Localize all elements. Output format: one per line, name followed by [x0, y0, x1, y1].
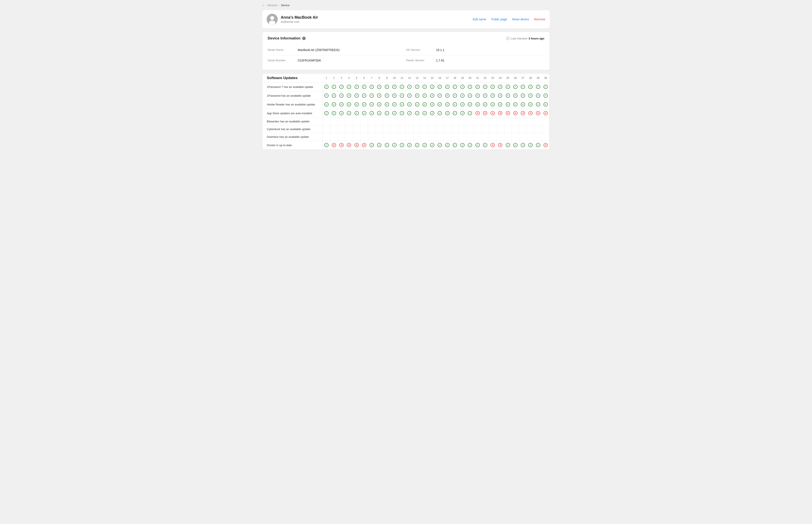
cell-3-15: ✓	[436, 109, 444, 118]
check-icon: ✓	[437, 85, 442, 89]
cell-6-29	[542, 133, 549, 141]
check-icon: ✓	[385, 85, 389, 89]
cell-0-27: ✓	[527, 82, 534, 91]
cell-6-27	[527, 133, 534, 141]
cell-3-27: ✕	[527, 109, 534, 118]
cell-4-17	[451, 118, 459, 125]
check-icon: ✓	[528, 143, 532, 147]
col-header-3: 3	[338, 74, 345, 82]
cell-5-20	[474, 125, 481, 133]
check-icon: ✓	[430, 102, 434, 107]
check-icon: ✓	[339, 102, 344, 107]
cell-5-27	[527, 125, 534, 133]
cell-4-2	[338, 118, 345, 125]
cell-2-1: ✓	[330, 100, 338, 109]
col-header-15: 15	[429, 74, 436, 82]
move-device-link[interactable]: Move device	[512, 18, 529, 21]
cell-4-29	[542, 118, 549, 125]
cell-2-22: ✓	[489, 100, 496, 109]
cell-6-21	[481, 133, 489, 141]
cell-7-3: ✕	[345, 141, 353, 150]
col-header-10: 10	[391, 74, 398, 82]
check-icon: ✓	[415, 111, 419, 115]
row-name-4: Bitwarden has an available update	[262, 118, 322, 125]
os-version-label: OS Version	[406, 48, 432, 52]
cell-5-1	[330, 125, 338, 133]
check-icon: ✓	[506, 85, 510, 89]
row-name-3: App Store updates are auto-installed	[262, 109, 322, 118]
check-icon: ✓	[415, 143, 419, 147]
cell-6-16	[444, 133, 451, 141]
cell-6-24	[504, 133, 511, 141]
cell-2-9: ✓	[391, 100, 398, 109]
cell-5-29	[542, 125, 549, 133]
cell-6-8	[383, 133, 391, 141]
check-icon: ✓	[369, 111, 374, 115]
cell-5-25	[511, 125, 519, 133]
cell-1-18: ✓	[459, 91, 466, 100]
cell-5-17	[451, 125, 459, 133]
info-icon[interactable]: i	[302, 37, 306, 40]
cell-6-6	[368, 133, 376, 141]
cell-0-7: ✓	[376, 82, 383, 91]
cell-0-23: ✓	[496, 82, 504, 91]
check-icon: ✓	[498, 94, 502, 98]
cell-1-5: ✓	[360, 91, 368, 100]
col-header-21: 21	[474, 74, 481, 82]
cell-4-22	[489, 118, 496, 125]
cell-2-28: ✓	[534, 100, 542, 109]
cell-0-11: ✓	[406, 82, 413, 91]
cell-5-21	[481, 125, 489, 133]
cross-icon: ✕	[362, 143, 366, 147]
check-icon: ✓	[543, 85, 548, 89]
cell-5-18	[459, 125, 466, 133]
cell-0-21: ✓	[481, 82, 489, 91]
home-icon[interactable]: ⌂	[262, 3, 264, 7]
cell-6-15	[436, 133, 444, 141]
check-icon: ✓	[400, 143, 404, 147]
check-icon: ✓	[513, 102, 518, 107]
cell-4-18	[459, 118, 466, 125]
check-icon: ✓	[369, 85, 374, 89]
cell-2-0: ✓	[322, 100, 330, 109]
check-icon: ✓	[437, 143, 442, 147]
breadcrumb-devices[interactable]: Devices	[268, 4, 277, 7]
cell-4-23	[496, 118, 504, 125]
cell-1-3: ✓	[345, 91, 353, 100]
cell-4-1	[330, 118, 338, 125]
cell-2-15: ✓	[436, 100, 444, 109]
check-icon: ✓	[332, 85, 336, 89]
cell-3-25: ✕	[511, 109, 519, 118]
check-icon: ✓	[543, 102, 548, 107]
cell-1-28: ✓	[534, 91, 542, 100]
remove-link[interactable]: Remove	[534, 18, 545, 21]
model-name-label: Model Name	[268, 48, 293, 52]
check-icon: ✓	[476, 94, 480, 98]
check-icon: ✓	[476, 85, 480, 89]
cell-2-17: ✓	[451, 100, 459, 109]
check-icon: ✓	[536, 94, 540, 98]
cell-1-4: ✓	[353, 91, 360, 100]
cell-6-18	[459, 133, 466, 141]
cell-4-9	[391, 118, 398, 125]
cell-3-1: ✓	[330, 109, 338, 118]
check-icon: ✓	[445, 143, 449, 147]
check-icon: ✓	[369, 102, 374, 107]
col-header-23: 23	[489, 74, 496, 82]
cell-4-10	[398, 118, 406, 125]
edit-name-link[interactable]: Edit name	[473, 18, 486, 21]
device-info-text: Anna's MacBook Air as@acme.com	[281, 15, 318, 23]
cell-7-16: ✓	[444, 141, 451, 150]
cell-3-23: ✕	[496, 109, 504, 118]
last-checked-label: Last checked	[511, 37, 527, 40]
check-icon: ✓	[377, 102, 381, 107]
check-icon: ✓	[362, 94, 366, 98]
cell-2-14: ✓	[429, 100, 436, 109]
check-icon: ✓	[491, 102, 495, 107]
cell-5-15	[436, 125, 444, 133]
cell-5-10	[398, 125, 406, 133]
cell-2-29: ✓	[542, 100, 549, 109]
check-icon: ✓	[324, 85, 329, 89]
public-page-link[interactable]: Public page	[491, 18, 507, 21]
check-icon: ✓	[468, 102, 472, 107]
